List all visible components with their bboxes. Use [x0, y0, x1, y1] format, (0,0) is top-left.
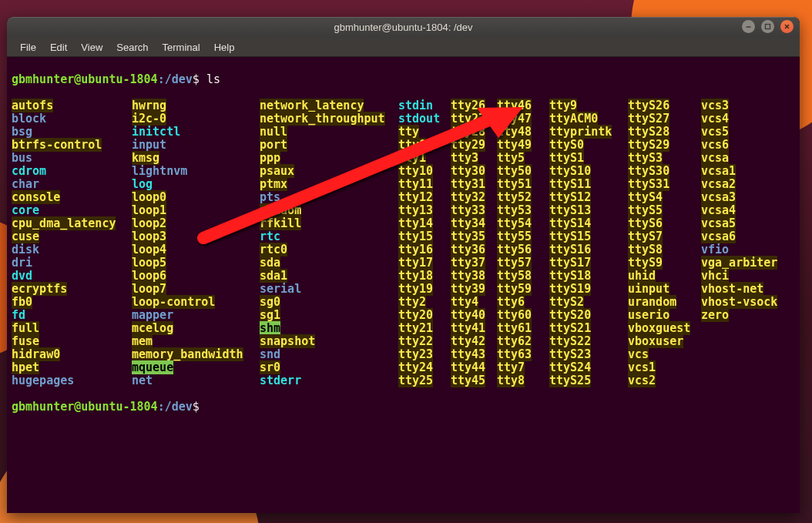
- ls-entry: initctl: [132, 126, 260, 139]
- ls-entry: loop7: [132, 283, 260, 296]
- ls-entry: stdin: [398, 99, 451, 112]
- ls-entry: tty42: [451, 335, 497, 348]
- prompt-line-2: gbmhunter@ubuntu-1804:/dev$: [12, 401, 795, 414]
- ls-entry: ttyS26: [628, 99, 701, 112]
- minimize-icon: [745, 23, 752, 30]
- menu-edit[interactable]: Edit: [43, 39, 74, 55]
- ls-entry: tty21: [398, 322, 451, 335]
- menu-view[interactable]: View: [74, 39, 109, 55]
- ls-entry: mqueue: [132, 361, 260, 374]
- ls-entry: ttyS10: [549, 165, 628, 178]
- ls-entry: random: [260, 204, 398, 217]
- ls-entry: stderr: [260, 374, 398, 387]
- ls-entry: vcsa3: [701, 191, 794, 204]
- ls-row: cuseloop3rtctty15tty35tty55ttyS15ttyS7vc…: [12, 230, 795, 243]
- ls-entry: tty48: [497, 126, 549, 139]
- ls-entry: uinput: [628, 283, 701, 296]
- ls-entry: loop2: [132, 217, 260, 230]
- ls-entry: ttyS20: [549, 309, 628, 322]
- menu-terminal[interactable]: Terminal: [156, 39, 207, 55]
- ls-row: diskloop4rtc0tty16tty36tty56ttyS16ttyS8v…: [12, 243, 795, 256]
- ls-entry: vcsa2: [701, 178, 794, 191]
- ls-entry: tty34: [451, 217, 497, 230]
- ls-entry: log: [132, 178, 260, 191]
- ls-entry: hpet: [12, 361, 132, 374]
- ls-row: fullmcelogshmtty21tty41tty61ttyS21vboxgu…: [12, 322, 795, 335]
- titlebar[interactable]: gbmhunter@ubuntu-1804: /dev: [7, 17, 800, 38]
- ls-row: consoleloop0ptstty12tty32tty52ttyS12ttyS…: [12, 191, 795, 204]
- ls-entry: tty60: [497, 309, 549, 322]
- ls-entry: ttyS11: [549, 178, 628, 191]
- ls-entry: tty26: [451, 99, 497, 112]
- ls-entry: uhid: [628, 270, 701, 283]
- ls-entry: vcs6: [701, 139, 794, 152]
- ls-entry: vga_arbiter: [701, 256, 794, 270]
- ls-entry: btrfs-control: [12, 139, 132, 152]
- terminal-body[interactable]: gbmhunter@ubuntu-1804:/dev$ ls autofshwr…: [7, 57, 800, 513]
- ls-entry: dri: [12, 256, 132, 270]
- ls-entry: tty18: [398, 270, 451, 283]
- ls-entry: urandom: [628, 296, 701, 309]
- ls-entry: vhci: [701, 270, 794, 283]
- close-button[interactable]: [780, 20, 794, 33]
- ls-entry: sr0: [260, 361, 398, 374]
- menu-search[interactable]: Search: [109, 39, 155, 55]
- ls-entry: tty0: [398, 139, 451, 152]
- ls-entry: loop6: [132, 270, 260, 283]
- prompt-user-host-2: gbmhunter@ubuntu-1804: [12, 400, 158, 414]
- prompt-colon: :: [158, 72, 165, 86]
- ls-entry: tty10: [398, 165, 451, 178]
- ls-row: fusememsnapshottty22tty42tty62ttyS22vbox…: [12, 335, 795, 348]
- ls-entry: tty25: [398, 374, 451, 387]
- ls-entry: ttyS13: [549, 204, 628, 217]
- ls-entry: memory_bandwidth: [132, 348, 260, 361]
- ls-entry: vcs: [628, 348, 701, 361]
- ls-entry: sg1: [260, 309, 398, 322]
- ls-entry: tty35: [451, 230, 497, 243]
- ls-entry: ttyS21: [549, 322, 628, 335]
- minimize-button[interactable]: [742, 20, 755, 33]
- ls-entry: cuse: [12, 230, 132, 243]
- ls-entry: tty37: [451, 256, 497, 270]
- ls-entry: loop3: [132, 230, 260, 243]
- ls-entry: vboxuser: [628, 335, 701, 348]
- ls-entry: ttyS31: [628, 178, 701, 191]
- ls-entry: tty2: [398, 296, 451, 309]
- ls-entry: rtc0: [260, 243, 398, 256]
- ls-entry: tty62: [497, 335, 549, 348]
- prompt-path: /dev: [165, 72, 193, 86]
- ls-entry: ttyS0: [549, 139, 628, 152]
- menu-file[interactable]: File: [13, 39, 43, 55]
- ls-entry: tty43: [451, 348, 497, 361]
- ls-entry: ttyS23: [549, 348, 628, 361]
- ls-entry: stdout: [398, 112, 451, 126]
- ls-entry: ttyS19: [549, 283, 628, 296]
- ls-entry: loop5: [132, 256, 260, 270]
- ls-entry: fd: [12, 309, 132, 322]
- ls-entry: tty1: [398, 152, 451, 165]
- ls-entry: ttyS1: [549, 152, 628, 165]
- ls-entry: vhost-vsock: [701, 296, 794, 309]
- ls-entry: network_throughput: [260, 112, 398, 126]
- ls-entry: kmsg: [132, 152, 260, 165]
- ls-entry: psaux: [260, 165, 398, 178]
- prompt-user-host: gbmhunter@ubuntu-1804: [12, 72, 158, 86]
- ls-row: ecryptfsloop7serialtty19tty39tty59ttyS19…: [12, 283, 795, 296]
- ls-entry: input: [132, 139, 260, 152]
- ls-entry: tty28: [451, 126, 497, 139]
- ls-entry: vcs5: [701, 126, 794, 139]
- ls-entry: autofs: [12, 99, 132, 112]
- maximize-button[interactable]: [761, 20, 774, 33]
- ls-row: charlogptmxtty11tty31tty51ttyS11ttyS31vc…: [12, 178, 795, 191]
- prompt-dollar-2: $: [193, 400, 206, 414]
- ls-entry: tty15: [398, 230, 451, 243]
- menu-help[interactable]: Help: [207, 39, 242, 55]
- ls-entry: vcs3: [701, 99, 794, 112]
- ls-entry: console: [12, 191, 132, 204]
- ls-entry: tty56: [497, 243, 549, 256]
- ls-entry: ptmx: [260, 178, 398, 191]
- ls-entry: snapshot: [260, 335, 398, 348]
- ls-row: blocki2c-0network_throughputstdouttty27t…: [12, 112, 795, 126]
- ls-entry: ttyprintk: [549, 126, 628, 139]
- ls-row: dvdloop6sda1tty18tty38tty58ttyS18uhidvhc…: [12, 270, 795, 283]
